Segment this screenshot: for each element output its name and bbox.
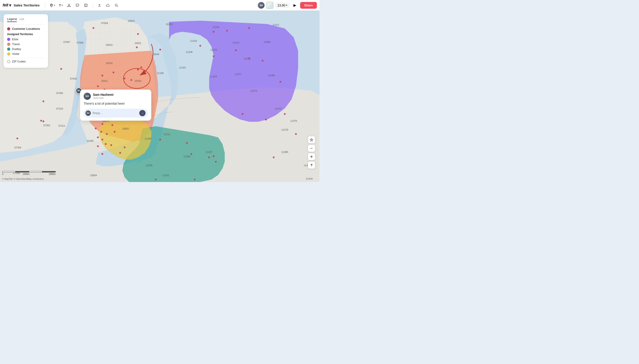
- svg-point-142: [235, 49, 237, 51]
- svg-point-115: [101, 123, 103, 125]
- tab-legend[interactable]: Legend: [7, 17, 17, 22]
- upload-tool-button[interactable]: [95, 2, 103, 9]
- svg-point-130: [186, 142, 188, 144]
- zoom-minus-button[interactable]: −: [308, 145, 315, 152]
- commenter-name: Sam Hashemi: [93, 93, 148, 96]
- svg-point-103: [97, 85, 99, 87]
- legend-divider: [7, 24, 45, 24]
- svg-text:11206: 11206: [183, 155, 190, 158]
- svg-point-141: [213, 55, 215, 57]
- svg-text:07306: 07306: [56, 92, 63, 94]
- toolbar-group-draw: ▾ T ▾: [48, 2, 90, 9]
- pin-tool-button[interactable]: ▾: [48, 2, 57, 9]
- svg-point-151: [295, 133, 297, 135]
- scale-segment-1: [16, 171, 29, 172]
- svg-point-140: [199, 45, 201, 47]
- toolbar-group-share: [95, 2, 120, 9]
- svg-point-0: [51, 4, 52, 6]
- svg-text:11373: 11373: [250, 90, 257, 92]
- map-style-button[interactable]: [266, 2, 273, 9]
- scale-label-1000: 1000m: [23, 173, 30, 175]
- svg-text:11416: 11416: [306, 177, 313, 180]
- svg-point-146: [284, 113, 286, 115]
- user-avatar[interactable]: SH: [258, 2, 265, 9]
- svg-text:07302: 07302: [43, 124, 50, 127]
- svg-point-96: [159, 49, 161, 50]
- play-button[interactable]: ▶: [291, 2, 298, 9]
- svg-text:11103: 11103: [210, 48, 217, 51]
- svg-text:11106: 11106: [186, 51, 193, 53]
- elsie-swatch: [7, 38, 10, 41]
- comment-text: There's a lot of potential here!: [84, 102, 148, 106]
- svg-text:11370: 11370: [233, 41, 239, 44]
- reply-input[interactable]: [93, 111, 137, 115]
- zoom-control[interactable]: 13.00 ▾: [275, 3, 289, 8]
- legend-item-elsie: Elsie: [7, 38, 45, 41]
- customer-locations-label: Customer Locations: [12, 27, 40, 30]
- svg-point-101: [130, 79, 132, 81]
- svg-point-127: [119, 152, 121, 154]
- svg-point-100: [124, 78, 125, 79]
- legend-item-travis: Travis: [7, 42, 45, 46]
- legend-zip-section: ZIP Codes: [7, 58, 45, 63]
- legend-tabs: Legend List: [7, 17, 45, 22]
- book-tool-button[interactable]: [82, 2, 90, 9]
- svg-text:11102: 11102: [190, 40, 197, 42]
- svg-text:11368: 11368: [268, 74, 275, 77]
- map-title: Sales Territories: [14, 3, 40, 7]
- svg-text:10016: 10016: [135, 80, 141, 82]
- svg-text:07304: 07304: [15, 146, 21, 149]
- svg-point-99: [113, 72, 114, 73]
- felt-logo[interactable]: felt ▾: [3, 3, 11, 8]
- svg-point-119: [106, 133, 108, 135]
- svg-point-132: [208, 156, 210, 158]
- elsie-label: Elsie: [12, 38, 18, 41]
- cloud-tool-button[interactable]: [104, 2, 112, 9]
- svg-text:11379: 11379: [281, 128, 288, 131]
- felt-logo-chevron: ▾: [9, 3, 11, 8]
- comment-reply-row[interactable]: SH →: [84, 109, 148, 118]
- svg-text:10023: 10023: [128, 20, 135, 22]
- svg-text:11105: 11105: [212, 26, 219, 28]
- zoom-chevron: ▾: [286, 4, 287, 6]
- svg-text:11374: 11374: [275, 107, 282, 110]
- reply-send-button[interactable]: →: [139, 110, 145, 116]
- svg-point-150: [273, 156, 275, 158]
- svg-point-124: [110, 144, 112, 146]
- gps-button[interactable]: [308, 136, 315, 143]
- help-icon: ?: [311, 163, 313, 167]
- search-tool-button[interactable]: [112, 2, 120, 9]
- zipcodes-label: ZIP Codes: [12, 60, 26, 63]
- tab-list[interactable]: List: [19, 17, 24, 22]
- svg-text:10001: 10001: [108, 182, 115, 182]
- legend-panel: Legend List Customer Locations Assigned …: [4, 14, 48, 68]
- svg-point-128: [101, 153, 103, 155]
- help-button[interactable]: ?: [308, 162, 315, 169]
- dudley-label: Dudley: [12, 47, 21, 51]
- topbar-right: SH 13.00 ▾ ▶ Share: [258, 2, 317, 9]
- svg-point-90: [43, 120, 44, 122]
- share-button[interactable]: Share: [300, 2, 317, 9]
- minus-icon: −: [310, 146, 313, 150]
- svg-point-117: [95, 128, 97, 129]
- svg-text:11109: 11109: [157, 72, 164, 74]
- violet-swatch: [7, 52, 10, 56]
- svg-point-88: [43, 100, 44, 102]
- toolbar-separator-2: [93, 3, 93, 8]
- map-container[interactable]: 07094 10023 10128 11105 11371 07087 0708…: [0, 11, 319, 182]
- comment-tool-button[interactable]: [73, 2, 81, 9]
- svg-text:11385: 11385: [281, 151, 288, 153]
- svg-text:07311: 07311: [59, 124, 65, 127]
- svg-point-116: [111, 124, 113, 126]
- svg-text:11205: 11205: [146, 164, 153, 167]
- svg-point-123: [105, 143, 107, 145]
- text-tool-button[interactable]: T ▾: [57, 2, 65, 9]
- svg-text:10011: 10011: [101, 80, 108, 82]
- svg-point-98: [101, 75, 103, 76]
- svg-point-149: [242, 113, 243, 115]
- svg-point-143: [248, 58, 250, 59]
- zoom-plus-button[interactable]: [308, 153, 315, 160]
- svg-point-121: [97, 136, 99, 138]
- cut-tool-button[interactable]: [65, 2, 73, 9]
- dudley-swatch: [7, 48, 10, 51]
